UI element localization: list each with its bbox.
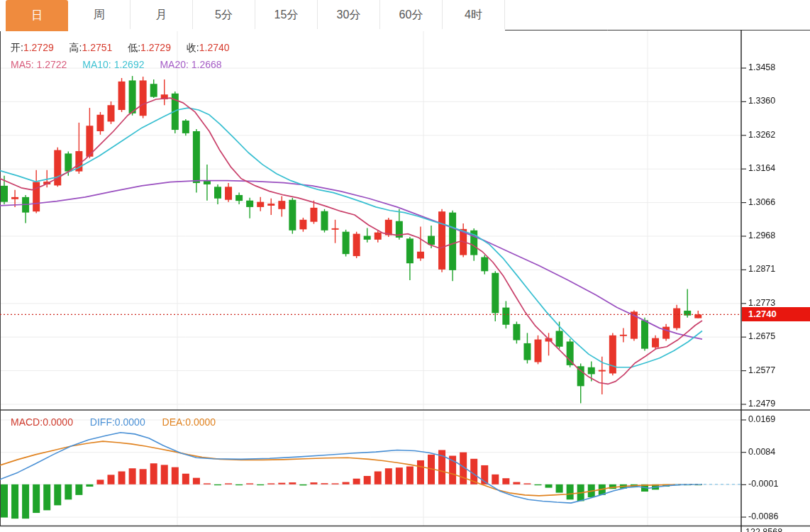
y-axis-tick-label: -0.0086 — [748, 511, 778, 521]
diff-value: DIFF:0.0000 — [90, 416, 145, 428]
next-panel-partial-label: 122.8568 — [745, 527, 782, 532]
ma5-readout: MA5: 1.2722 — [11, 59, 67, 70]
low-value: 1.2729 — [140, 42, 171, 53]
timeframe-tabbar: 日 周 月 5分 15分 30分 60分 4时 — [0, 0, 505, 31]
ma20-readout: MA20: 1.2668 — [160, 59, 221, 70]
macd-value: MACD:0.0000 — [11, 416, 73, 428]
tab-15min[interactable]: 15分 — [255, 0, 318, 29]
candlestick-chart-canvas[interactable] — [0, 0, 810, 532]
y-axis-tick-label: 1.2675 — [748, 331, 775, 341]
high-value: 1.2751 — [82, 42, 113, 53]
open-label: 开: — [11, 42, 23, 53]
tab-4hour[interactable]: 4时 — [443, 0, 505, 29]
macd-readout: MACD:0.0000 DIFF:0.0000 DEA:0.0000 — [11, 416, 216, 428]
y-axis-tick-label: 1.3262 — [748, 130, 775, 140]
low-label: 低: — [128, 42, 140, 53]
tab-60min[interactable]: 60分 — [380, 0, 443, 29]
y-axis-tick-label: 1.3164 — [748, 163, 775, 173]
y-axis-tick-label: 1.2773 — [748, 298, 775, 308]
close-label: 收: — [187, 42, 199, 53]
tab-5min[interactable]: 5分 — [193, 0, 255, 29]
y-axis-tick-label: 1.2577 — [748, 365, 775, 375]
y-axis-tick-label: 1.3458 — [748, 62, 775, 72]
y-axis-tick-label: 0.0169 — [748, 414, 775, 424]
tab-30min[interactable]: 30分 — [318, 0, 380, 29]
ma10-readout: MA10: 1.2692 — [82, 59, 144, 70]
tab-week[interactable]: 周 — [68, 0, 131, 29]
high-label: 高: — [70, 42, 82, 53]
y-axis-tick-label: 0.0084 — [748, 447, 775, 457]
tab-month[interactable]: 月 — [131, 0, 193, 29]
dea-value: DEA:0.0000 — [162, 416, 216, 428]
tab-day[interactable]: 日 — [6, 0, 68, 31]
y-axis-tick-label: -0.0001 — [748, 479, 778, 489]
last-price-tag: 1.2740 — [742, 307, 810, 321]
close-value: 1.2740 — [199, 42, 230, 53]
y-axis-tick-label: 1.2479 — [748, 399, 775, 409]
y-axis-tick-label: 1.2871 — [748, 264, 775, 274]
ma-readout: MA5: 1.2722 MA10: 1.2692 MA20: 1.2668 — [11, 59, 222, 70]
trading-chart-app: 日 周 月 5分 15分 30分 60分 4时 开:1.2729 高:1.275… — [0, 0, 810, 532]
open-value: 1.2729 — [23, 42, 54, 53]
y-axis-tick-label: 1.2968 — [748, 231, 775, 240]
ohlc-readout: 开:1.2729 高:1.2751 低:1.2729 收:1.2740 — [11, 42, 243, 55]
y-axis-tick-label: 1.3360 — [748, 96, 775, 106]
y-axis-tick-label: 1.3066 — [748, 197, 775, 207]
